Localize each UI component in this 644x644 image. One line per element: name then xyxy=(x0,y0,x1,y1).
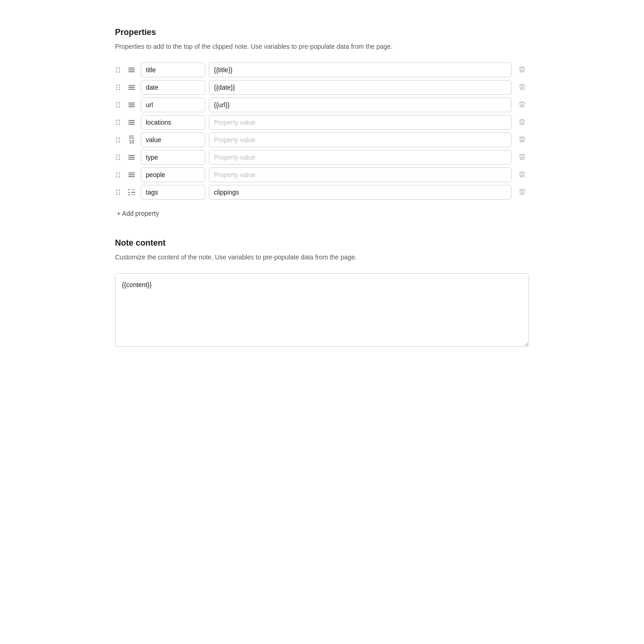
property-name-input-tags[interactable] xyxy=(141,185,205,200)
trash-icon xyxy=(518,136,526,144)
property-value-input-locations[interactable] xyxy=(209,115,512,130)
lines-icon xyxy=(126,117,137,128)
lines-icon xyxy=(126,64,137,75)
note-content-description: Customize the content of the note. Use v… xyxy=(115,253,529,262)
property-value-input-date[interactable] xyxy=(209,80,512,95)
properties-description: Properties to add to the top of the clip… xyxy=(115,42,529,52)
property-name-input-value[interactable] xyxy=(141,132,205,147)
properties-title: Properties xyxy=(115,28,529,37)
note-content-textarea[interactable] xyxy=(115,273,529,347)
add-property-label: + Add property xyxy=(117,210,159,217)
trash-icon xyxy=(518,66,526,75)
drag-handle-icon[interactable] xyxy=(115,170,122,179)
drag-handle-icon[interactable] xyxy=(115,188,122,197)
property-value-input-type[interactable] xyxy=(209,150,512,165)
delete-property-button-tags[interactable] xyxy=(515,185,529,199)
lines-icon xyxy=(126,152,137,163)
property-row xyxy=(115,167,529,182)
trash-icon xyxy=(518,171,526,179)
property-value-input-title[interactable] xyxy=(209,63,512,77)
property-row xyxy=(115,115,529,130)
property-name-input-locations[interactable] xyxy=(141,115,205,130)
delete-property-button-title[interactable] xyxy=(515,63,529,77)
list-icon xyxy=(126,187,137,198)
property-value-input-tags[interactable] xyxy=(209,185,512,200)
property-row xyxy=(115,98,529,112)
main-container: Properties Properties to add to the top … xyxy=(115,28,529,349)
delete-property-button-url[interactable] xyxy=(515,98,529,112)
trash-icon xyxy=(518,118,526,127)
lines-icon xyxy=(126,82,137,93)
property-name-input-title[interactable] xyxy=(141,63,205,77)
delete-property-button-locations[interactable] xyxy=(515,115,529,129)
drag-handle-icon[interactable] xyxy=(115,100,122,109)
property-row xyxy=(115,80,529,95)
drag-handle-icon[interactable] xyxy=(115,118,122,127)
property-row: 0110 xyxy=(115,132,529,147)
note-content-title: Note content xyxy=(115,238,529,248)
trash-icon xyxy=(518,101,526,109)
trash-icon xyxy=(518,188,526,197)
properties-list: 0110 xyxy=(115,63,529,200)
property-row xyxy=(115,63,529,77)
lines-icon xyxy=(126,169,137,180)
trash-icon xyxy=(518,83,526,92)
delete-property-button-value[interactable] xyxy=(515,133,529,147)
property-value-input-people[interactable] xyxy=(209,167,512,182)
drag-handle-icon[interactable] xyxy=(115,153,122,162)
drag-handle-icon[interactable] xyxy=(115,65,122,75)
property-row xyxy=(115,150,529,165)
drag-handle-icon[interactable] xyxy=(115,83,122,92)
add-property-button[interactable]: + Add property xyxy=(115,207,161,220)
property-name-input-url[interactable] xyxy=(141,98,205,112)
properties-section: Properties Properties to add to the top … xyxy=(115,28,529,220)
trash-icon xyxy=(518,153,526,162)
delete-property-button-date[interactable] xyxy=(515,80,529,94)
property-name-input-people[interactable] xyxy=(141,167,205,182)
delete-property-button-type[interactable] xyxy=(515,150,529,164)
property-value-input-value[interactable] xyxy=(209,132,512,147)
drag-handle-icon[interactable] xyxy=(115,135,122,144)
property-name-input-date[interactable] xyxy=(141,80,205,95)
delete-property-button-people[interactable] xyxy=(515,168,529,182)
property-row xyxy=(115,185,529,200)
property-name-input-type[interactable] xyxy=(141,150,205,165)
lines-icon xyxy=(126,99,137,110)
note-content-section: Note content Customize the content of th… xyxy=(115,238,529,349)
property-value-input-url[interactable] xyxy=(209,98,512,112)
number-icon: 0110 xyxy=(126,134,137,145)
